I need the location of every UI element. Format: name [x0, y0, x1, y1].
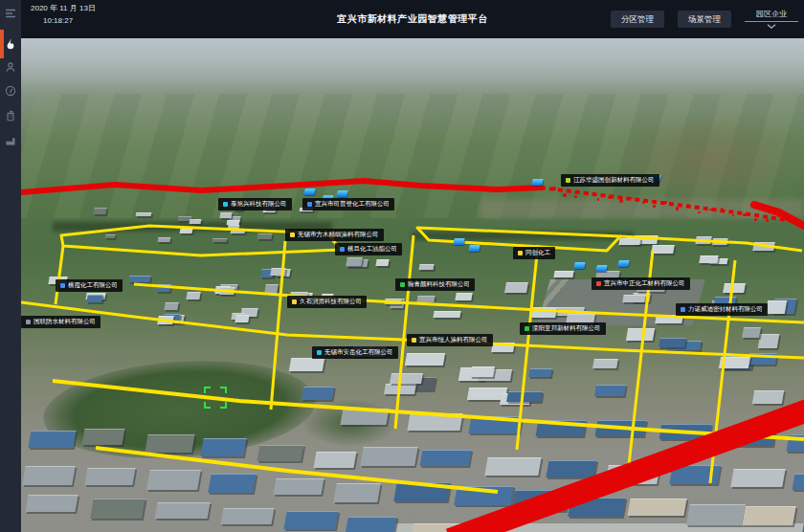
company-label-text: 同创化工 [525, 250, 550, 256]
company-label[interactable]: 横霞化工有限公司 [56, 279, 123, 292]
company-marker-icon [596, 281, 601, 286]
company-marker-icon [681, 307, 685, 312]
company-marker-icon [566, 178, 570, 183]
sidebar-item-gauge[interactable] [0, 79, 21, 102]
menu-icon [5, 8, 16, 19]
company-marker-icon [292, 299, 297, 304]
company-marker-icon [317, 350, 322, 355]
company-label-text: 翰青颜料科技有限公司 [408, 281, 470, 288]
map-3d-view[interactable]: 泰旭兴科技有限公司宜兴市司普登化工有限公司无锡市方木精细涂料有限公司横旦化工油脂… [21, 38, 804, 532]
sidebar [0, 0, 21, 532]
building-icon [5, 110, 16, 122]
company-label[interactable]: 横旦化工油脂公司 [335, 243, 402, 255]
scene-management-button[interactable]: 场景管理 [678, 11, 731, 29]
topbar: 2020 年 11 月 13日 10:18:27 宜兴市新材料产业园智慧管理平台… [21, 0, 804, 38]
factory-chart-icon [5, 135, 16, 146]
company-label-text: 无锡市方木精细涂料有限公司 [298, 232, 379, 238]
company-label-text: 宜兴市司普登化工有限公司 [315, 201, 390, 208]
company-marker-icon [290, 233, 295, 237]
dropdown-divider [745, 21, 798, 22]
company-marker-icon [412, 338, 416, 343]
company-label-text: 宜兴市恒人涂料有限公司 [419, 337, 488, 344]
company-label-text: 久石润滑科技有限公司 [300, 299, 362, 305]
company-label[interactable]: 翰青颜料科技有限公司 [395, 278, 475, 291]
zone-management-button[interactable]: 分区管理 [611, 11, 664, 29]
company-label-text: 宜兴市中正化工材料有限公司 [604, 280, 685, 287]
sidebar-item-fire[interactable] [0, 33, 21, 55]
sidebar-item-stats[interactable] [0, 129, 21, 152]
active-indicator [0, 30, 4, 58]
company-label[interactable]: 江苏华盛国创新材料有限公司 [561, 174, 659, 187]
company-label[interactable]: 泰旭兴科技有限公司 [218, 198, 292, 211]
person-icon [5, 61, 16, 73]
flame-icon [5, 38, 16, 50]
company-label-text: 国联防水材料有限公司 [34, 319, 96, 325]
company-label-layer: 泰旭兴科技有限公司宜兴市司普登化工有限公司无锡市方木精细涂料有限公司横旦化工油脂… [21, 38, 804, 532]
menu-toggle-button[interactable] [0, 2, 21, 25]
park-enterprise-label: 园区企业 [756, 11, 787, 18]
company-marker-icon [525, 326, 529, 331]
company-marker-icon [223, 202, 228, 207]
company-label-text: 溧阳亚邦新材料有限公司 [532, 325, 601, 332]
company-marker-icon [518, 251, 523, 255]
company-label-text: 横霞化工有限公司 [68, 282, 118, 289]
company-label-text: 泰旭兴科技有限公司 [231, 201, 287, 208]
company-label[interactable]: 国联防水材料有限公司 [21, 316, 100, 328]
chevron-down-icon [767, 24, 776, 29]
company-label[interactable]: 无锡市方木精细涂料有限公司 [285, 229, 384, 241]
company-marker-icon [307, 202, 312, 207]
company-marker-icon [400, 282, 405, 287]
company-label[interactable]: 宜兴市司普登化工有限公司 [302, 198, 394, 211]
company-label[interactable]: 无锡市安岳化工有限公司 [312, 346, 398, 359]
company-label-text: 力诺威迪密封材料有限公司 [688, 306, 763, 313]
park-enterprise-dropdown[interactable]: 园区企业 [745, 11, 798, 29]
company-marker-icon [60, 283, 65, 288]
sidebar-item-enterprise[interactable] [0, 104, 21, 127]
company-label[interactable]: 宜兴市中正化工材料有限公司 [592, 277, 690, 290]
company-label[interactable]: 溧阳亚邦新材料有限公司 [520, 322, 606, 335]
header-actions: 分区管理 场景管理 园区企业 [611, 0, 798, 38]
company-label-text: 横旦化工油脂公司 [347, 246, 397, 253]
company-label-text: 无锡市安岳化工有限公司 [324, 349, 393, 356]
company-marker-icon [340, 247, 345, 252]
gauge-icon [5, 85, 16, 97]
company-label[interactable]: 久石润滑科技有限公司 [287, 296, 367, 308]
company-label[interactable]: 同创化工 [513, 247, 555, 259]
company-label[interactable]: 力诺威迪密封材料有限公司 [676, 303, 768, 316]
sidebar-item-person[interactable] [0, 55, 21, 78]
company-marker-icon [26, 320, 31, 324]
app-window: 2020 年 11 月 13日 10:18:27 宜兴市新材料产业园智慧管理平台… [0, 0, 804, 532]
company-label[interactable]: 宜兴市恒人涂料有限公司 [407, 334, 493, 346]
company-label-text: 江苏华盛国创新材料有限公司 [573, 177, 655, 184]
